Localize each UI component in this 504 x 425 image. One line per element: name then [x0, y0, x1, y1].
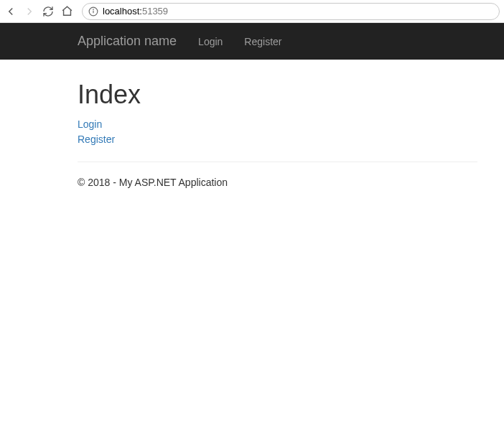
brand-link[interactable]: Application name: [78, 23, 187, 60]
register-link[interactable]: Register: [78, 132, 477, 147]
login-link[interactable]: Login: [78, 117, 477, 132]
divider: [78, 162, 477, 162]
home-button[interactable]: [60, 5, 73, 18]
footer-text: © 2018 - My ASP.NET Application: [78, 177, 477, 202]
svg-point-2: [93, 9, 94, 9]
back-button[interactable]: [4, 5, 17, 18]
info-icon: [88, 6, 98, 17]
address-bar[interactable]: localhost:51359: [82, 3, 500, 20]
navbar: Application name Login Register: [0, 23, 504, 60]
nav-login-link[interactable]: Login: [187, 25, 233, 58]
browser-toolbar: localhost:51359: [0, 0, 504, 23]
url-text: localhost:51359: [103, 6, 168, 17]
forward-button[interactable]: [23, 5, 36, 18]
nav-register-link[interactable]: Register: [233, 25, 292, 58]
link-list: Login Register: [78, 117, 477, 147]
main-content: Index Login Register © 2018 - My ASP.NET…: [0, 60, 488, 202]
page-title: Index: [78, 80, 477, 110]
reload-button[interactable]: [42, 5, 55, 18]
